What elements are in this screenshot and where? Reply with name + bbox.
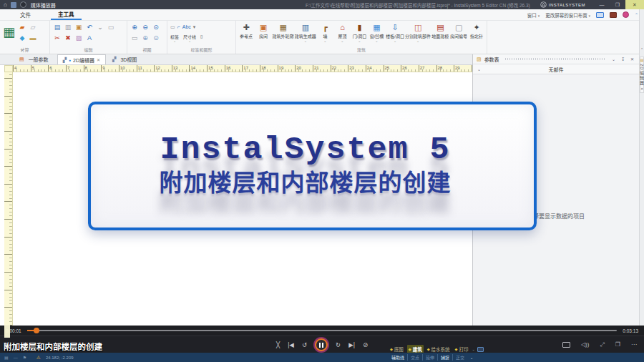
window-menu[interactable]: 窗口 ▾ <box>527 11 540 19</box>
chevron-down-icon[interactable]: ⌄ <box>610 57 617 62</box>
zoom-tool-icon[interactable]: ⊕ <box>141 34 150 42</box>
warning-icon[interactable]: ⚠ <box>36 355 41 361</box>
rewind-icon[interactable]: ↺ <box>302 342 307 348</box>
ribbon-collapse-icon[interactable]: ⌃ <box>635 12 638 17</box>
shuffle-icon[interactable]: ╳ <box>276 342 280 348</box>
edit-tool-icon[interactable]: A <box>85 34 94 42</box>
drag-handle[interactable] <box>505 58 605 60</box>
snap-toggle[interactable]: 交点 <box>408 354 423 361</box>
label-tool-icon[interactable]: ▭ <box>170 23 175 31</box>
edit-tool-icon[interactable]: ↶ <box>85 23 94 31</box>
building-tool-icon: ◫ <box>414 23 421 32</box>
document-tab[interactable]: ▞ ● 2D编辑器 ✕ <box>57 54 106 64</box>
scroll-up-icon[interactable]: ⌃ <box>640 47 644 52</box>
edit-tool-icon[interactable]: ⌄ <box>96 23 104 31</box>
ribbon-building-button[interactable]: ┏ 墙 ⌄ <box>318 23 332 42</box>
building-tool-label: 房间 <box>259 33 268 39</box>
edit-tool-icon[interactable]: ▨ <box>74 34 83 42</box>
volume-icon[interactable]: ◁)) <box>581 342 589 348</box>
video-title-card: InstalSystem 5 附加楼层和内部楼层的创建 <box>88 102 537 230</box>
pause-button[interactable] <box>315 338 328 351</box>
snap-toggle[interactable]: 辅助线 <box>389 354 408 361</box>
maximize-button[interactable]: ❐ <box>610 0 625 9</box>
layer-monitor-icon[interactable] <box>477 347 484 352</box>
edit-tool-icon[interactable]: ▥ <box>64 23 72 31</box>
label-tool-icon[interactable]: ▾ <box>193 23 196 31</box>
monitor-icon[interactable] <box>596 12 604 18</box>
close-icon[interactable]: ✕ <box>629 57 635 62</box>
label-tool-button[interactable]: 标签 ⌄ <box>170 34 179 42</box>
ribbon-building-button[interactable]: ▤ 地面建模 <box>432 23 448 42</box>
ribbon-building-button[interactable]: ▢ 房间编号 <box>451 23 467 42</box>
close-button[interactable]: ✕ <box>625 0 644 9</box>
document-tab[interactable]: ▤ 一般参数 <box>14 54 56 64</box>
snap-toggle[interactable]: 正交 <box>453 354 467 361</box>
ribbon-building-button[interactable]: ⌂ 屋顶 ⌄ <box>335 23 349 42</box>
ribbon-building-button[interactable]: ✚ 参考点 <box>239 23 253 42</box>
label-tool-text: ▯ <box>200 34 203 39</box>
seek-track[interactable] <box>27 330 618 331</box>
document-icon[interactable]: ▤ <box>4 356 9 360</box>
ruler-number: 29 <box>454 65 472 72</box>
pin-icon[interactable]: ↧ <box>620 57 626 62</box>
miniplayer-icon[interactable] <box>562 342 570 348</box>
zoom-tool-icon[interactable]: ⊙ <box>152 34 160 42</box>
next-icon[interactable]: ▶| <box>348 342 355 348</box>
tab-main-tools[interactable]: 主工具 <box>51 9 82 20</box>
zoom-tool-icon[interactable]: ▭ <box>130 34 139 42</box>
edit-tool-icon[interactable]: ✂ <box>53 34 62 42</box>
pip-icon[interactable]: ❐ <box>615 342 620 348</box>
ribbon-building-button[interactable]: ▮ 门/洞口 ⌄ <box>352 23 366 42</box>
more-options-icon[interactable]: ⋯ <box>631 342 637 348</box>
media-player-window: ⌂ 媒体播放器 F:\工作文件\在线帮助\附加楼层和内部楼层\附加楼层和内部楼层… <box>0 0 644 362</box>
chevron-down-icon[interactable]: ⌄ <box>470 356 473 360</box>
minimize-button[interactable]: — <box>594 0 610 9</box>
repeat-icon[interactable]: ↻ <box>336 342 341 348</box>
ribbon-building-button[interactable]: ▦ 建筑外轮廓 <box>273 23 293 42</box>
zoom-tool-icon[interactable]: ⊕ <box>130 23 139 31</box>
home-icon[interactable]: ⌂ <box>4 2 7 8</box>
calc-tool-icon[interactable]: ▱ <box>29 23 37 31</box>
label-tool-button[interactable]: ▯ <box>200 34 203 42</box>
edit-tool-icon[interactable]: ▭ <box>107 23 115 31</box>
zoom-tool-icon[interactable]: ⊙ <box>152 23 160 31</box>
snap-toggle[interactable]: 捕捉 <box>438 354 453 361</box>
calc-tool-icon[interactable]: ◆ <box>18 34 26 42</box>
edit-tool-icon[interactable]: ▣ <box>74 23 83 31</box>
ribbon-building-button[interactable]: ✦ 指北针 <box>469 23 484 42</box>
seek-knob[interactable] <box>34 328 39 333</box>
dash-icon[interactable]: — <box>14 356 18 360</box>
ribbon-building-button[interactable]: ▥ 建筑生成器 ⌄ <box>296 23 315 42</box>
previous-icon[interactable]: |◀ <box>288 342 294 348</box>
zoom-tool-icon[interactable]: ⊖ <box>141 23 150 31</box>
building-tool-icon: ✚ <box>243 23 249 32</box>
chevron-down-icon[interactable]: ⌄ <box>472 347 474 351</box>
ribbon-building-button[interactable]: ◫ 分割建筑部件 ⌄ <box>406 23 430 42</box>
snap-toggle[interactable]: 延伸 <box>423 354 438 361</box>
layer-marker-icon: ◆ <box>427 347 430 351</box>
flag-icon[interactable]: ⚑ <box>23 356 26 360</box>
ribbon-building-button[interactable]: ⇩ 楼板/洞口 ⌄ <box>386 23 403 42</box>
tab-close-icon[interactable]: ✕ <box>97 57 100 62</box>
calculate-icon[interactable]: ▦ <box>3 23 15 46</box>
edit-tool-icon[interactable]: ▤ <box>53 23 62 31</box>
ribbon-building-button[interactable]: ▦ 窗/凹槽 ⌄ <box>369 23 384 42</box>
side-tab-2d-editor[interactable]: ▨ 2D编辑器 ✕ <box>640 57 644 93</box>
close-icon[interactable]: ✕ <box>640 87 643 91</box>
fullscreen-icon[interactable]: ⤢ <box>600 342 604 348</box>
calc-tool-icon[interactable]: ▰ <box>18 23 26 31</box>
screen-layout-menu[interactable]: 更改屏幕的窗口布置 ▾ <box>545 11 590 19</box>
calc-tool-icon[interactable]: ▬ <box>29 34 37 42</box>
mute-icon[interactable]: ⊘ <box>363 342 368 348</box>
globe-icon[interactable] <box>623 11 629 18</box>
document-tab[interactable]: ▞ 3D视图 <box>107 54 144 64</box>
panel-section-header[interactable]: ⌄ 无部件 <box>473 64 639 74</box>
tab-file[interactable]: 文件 <box>13 9 38 20</box>
ribbon-building-button[interactable]: ▣ 房间 <box>256 23 270 42</box>
save-icon[interactable] <box>11 2 16 8</box>
printer-icon[interactable] <box>610 12 617 18</box>
label-tool-button[interactable]: 尺寸线 ⌄ <box>183 34 196 42</box>
edit-tool-icon[interactable]: ✖ <box>64 34 72 42</box>
label-tool-icon[interactable]: ⌐ <box>177 23 180 31</box>
label-tool-icon[interactable]: Abc <box>182 23 191 31</box>
